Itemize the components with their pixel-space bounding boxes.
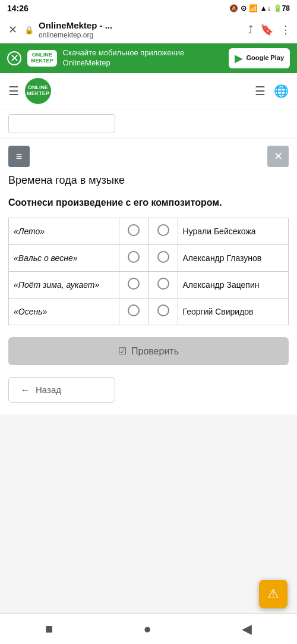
signal-icon: 📶 xyxy=(249,4,258,12)
composer-cell: Георгий Свиридов xyxy=(178,299,288,325)
composer-cell: Александр Зацепин xyxy=(178,272,288,299)
radio-right-cell[interactable] xyxy=(148,218,178,245)
header-right: ☰ 🌐 xyxy=(255,84,289,98)
radio-left-1[interactable] xyxy=(128,251,140,263)
task-instruction: Соотнеси произведение с его композитором… xyxy=(8,196,289,209)
site-header: ☰ ONLINE MEKTEP ☰ 🌐 xyxy=(0,73,297,109)
radio-left-2[interactable] xyxy=(128,278,140,290)
bookmark-icon[interactable]: 🔖 xyxy=(260,23,273,36)
lesson-title: Времена года в музыке xyxy=(0,167,297,196)
check-button[interactable]: ☑ Проверить xyxy=(8,337,289,365)
table-row: «Осень» Георгий Свиридов xyxy=(9,299,289,325)
alert-icon: 🔕 xyxy=(229,4,238,12)
back-label: Назад xyxy=(36,385,61,395)
home-button[interactable]: ● xyxy=(138,617,156,642)
back-button[interactable]: ← Назад xyxy=(8,377,115,403)
work-cell: «Осень» xyxy=(9,299,119,325)
status-time: 14:26 xyxy=(7,4,29,13)
radio-right-cell[interactable] xyxy=(148,245,178,272)
work-cell: «Вальс о весне» xyxy=(9,245,119,272)
radio-right-3[interactable] xyxy=(157,304,169,316)
status-bar: 14:26 🔕 ⊙ 📶 ▲↓ 🔋78 xyxy=(0,0,297,17)
composer-cell: Нурали Бейсекожа xyxy=(178,218,288,245)
sidebar-toggle-area: ≡ ✕ xyxy=(0,139,297,167)
list-view-icon[interactable]: ☰ xyxy=(255,84,266,98)
browser-close-button[interactable]: ✕ xyxy=(6,22,20,37)
browser-url: onlinemektep.org xyxy=(39,31,243,39)
radio-left-0[interactable] xyxy=(128,224,140,236)
check-label: Проверить xyxy=(131,346,179,357)
google-play-button[interactable]: ▶ Google Play xyxy=(229,48,290,68)
play-icon: ▶ xyxy=(235,52,243,65)
main-content: ≡ ✕ Времена года в музыке Соотнеси произ… xyxy=(0,139,297,414)
radio-right-cell[interactable] xyxy=(148,299,178,325)
radio-left-cell[interactable] xyxy=(119,299,148,325)
warning-icon: ⚠ xyxy=(267,586,279,602)
banner-logo: ONLINE MEKTEP xyxy=(27,50,57,67)
radio-left-cell[interactable] xyxy=(119,272,148,299)
radio-left-cell[interactable] xyxy=(119,218,148,245)
site-logo: ONLINE MEKTEP xyxy=(25,78,51,104)
sidebar-close-button[interactable]: ✕ xyxy=(267,146,289,167)
table-row: «Вальс о весне» Александр Глазунов xyxy=(9,245,289,272)
search-bar[interactable] xyxy=(8,114,115,133)
recent-apps-button[interactable]: ■ xyxy=(40,617,58,642)
wifi-icon: ⊙ xyxy=(241,4,247,12)
sidebar-open-button[interactable]: ≡ xyxy=(8,146,30,167)
work-cell: «Поёт зима, аукает» xyxy=(9,272,119,299)
task-section: Соотнеси произведение с его композитором… xyxy=(0,196,297,403)
more-icon[interactable]: ⋮ xyxy=(280,23,291,36)
composer-cell: Александр Глазунов xyxy=(178,245,288,272)
browser-title: OnlineMektep - ... xyxy=(39,20,243,31)
close-icon: ✕ xyxy=(10,52,19,65)
close-icon: ✕ xyxy=(274,150,283,163)
radio-left-3[interactable] xyxy=(128,304,140,316)
app-download-banner: ✕ ONLINE MEKTEP Скачайте мобильное прило… xyxy=(0,43,297,73)
search-bar-area xyxy=(0,109,297,139)
signal2-icon: ▲↓ xyxy=(260,4,271,12)
match-table: «Лето» Нурали Бейсекожа «Вальс о весне» … xyxy=(8,218,289,325)
radio-right-0[interactable] xyxy=(157,224,169,236)
browser-chrome: ✕ 🔒 OnlineMektep - ... onlinemektep.org … xyxy=(0,17,297,43)
radio-right-2[interactable] xyxy=(157,278,169,290)
bottom-nav: ■ ● ◀ xyxy=(0,613,297,644)
battery-icon: 🔋78 xyxy=(273,4,290,12)
work-cell: «Лето» xyxy=(9,218,119,245)
share-icon[interactable]: ⤴ xyxy=(248,24,253,36)
lock-icon: 🔒 xyxy=(24,26,34,34)
warning-fab[interactable]: ⚠ xyxy=(259,580,287,608)
check-icon: ☑ xyxy=(118,345,127,357)
browser-url-area: OnlineMektep - ... onlinemektep.org xyxy=(39,20,243,39)
browser-actions: ⤴ 🔖 ⋮ xyxy=(248,23,291,36)
status-icons: 🔕 ⊙ 📶 ▲↓ 🔋78 xyxy=(229,4,290,12)
header-left: ☰ ONLINE MEKTEP xyxy=(8,78,51,104)
table-row: «Лето» Нурали Бейсекожа xyxy=(9,218,289,245)
language-icon[interactable]: 🌐 xyxy=(274,84,289,98)
google-play-label: Google Play xyxy=(246,54,284,62)
banner-text: Скачайте мобильное приложение OnlineMekt… xyxy=(63,48,223,68)
radio-left-cell[interactable] xyxy=(119,245,148,272)
back-nav-button[interactable]: ◀ xyxy=(237,617,257,642)
banner-close-button[interactable]: ✕ xyxy=(7,51,21,65)
radio-right-cell[interactable] xyxy=(148,272,178,299)
hamburger-icon: ≡ xyxy=(16,150,23,163)
radio-right-1[interactable] xyxy=(157,251,169,263)
table-row: «Поёт зима, аукает» Александр Зацепин xyxy=(9,272,289,299)
back-arrow-icon: ← xyxy=(21,385,30,395)
menu-icon[interactable]: ☰ xyxy=(8,84,19,98)
